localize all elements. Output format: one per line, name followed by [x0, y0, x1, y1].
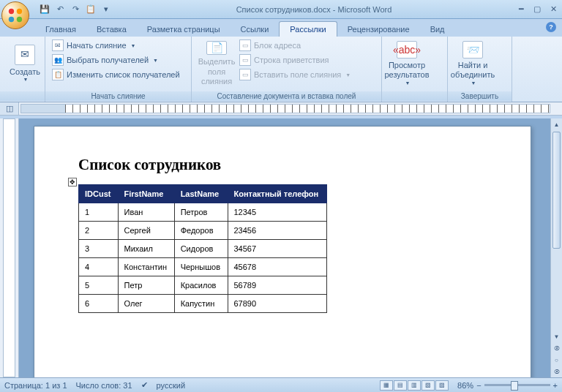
highlight-fields-button[interactable]: 📄 Выделить поля слияния — [196, 38, 237, 89]
page-status[interactable]: Страница: 1 из 1 — [4, 381, 67, 390]
table-row[interactable]: 6ОлегКапустин67890 — [79, 295, 327, 313]
view-web-icon[interactable]: ▥ — [408, 380, 421, 391]
close-button[interactable]: ✕ — [547, 4, 559, 15]
table-cell[interactable]: Иван — [118, 203, 174, 222]
preview-results-button[interactable]: «abc» Просмотр результатов▼ — [386, 38, 427, 89]
table-cell[interactable]: 45678 — [228, 258, 327, 276]
table-cell[interactable]: Капустин — [174, 295, 228, 313]
table-cell[interactable]: 34567 — [228, 240, 327, 258]
view-outline-icon[interactable]: ▧ — [422, 380, 435, 391]
ruler-toggle[interactable]: ◫ — [0, 102, 19, 115]
scroll-up-icon[interactable]: ▲ — [551, 118, 562, 130]
tab-view[interactable]: Вид — [420, 22, 455, 37]
table-cell[interactable]: 2 — [79, 222, 119, 240]
table-cell[interactable]: Олег — [118, 295, 174, 313]
view-fullread-icon[interactable]: ▤ — [394, 380, 407, 391]
table-cell[interactable]: Петров — [174, 203, 228, 222]
zoom-out-button[interactable]: − — [476, 381, 481, 390]
table-row[interactable]: 1ИванПетров12345 — [79, 203, 327, 222]
word-count[interactable]: Число слов: 31 — [76, 381, 132, 390]
table-cell[interactable]: Чернышов — [174, 258, 228, 276]
ribbon: ✉ Создать▼ ✉Начать слияние▼ 👥Выбрать пол… — [0, 37, 562, 102]
tab-pagelayout[interactable]: Разметка страницы — [137, 22, 231, 37]
tab-insert[interactable]: Вставка — [86, 22, 137, 37]
table-cell[interactable]: Сидоров — [174, 240, 228, 258]
next-page-icon[interactable]: ⦿ — [551, 366, 562, 377]
finish-merge-button[interactable]: 📨 Найти и объединить▼ — [452, 38, 493, 89]
document-area[interactable]: Список сотрудников ✥ IDCust FirstName La… — [19, 118, 562, 377]
table-cell[interactable]: Михаил — [118, 240, 174, 258]
address-icon: ▭ — [239, 39, 251, 51]
office-button[interactable] — [1, 1, 29, 29]
save-icon[interactable]: 💾 — [38, 3, 51, 16]
tab-home[interactable]: Главная — [35, 22, 86, 37]
mail-icon: ✉ — [52, 39, 64, 51]
window-title: Список сотрудников.docx - Microsoft Word — [113, 5, 515, 14]
svg-point-2 — [9, 17, 14, 22]
col-firstname[interactable]: FirstName — [118, 185, 174, 203]
insert-field-button[interactable]: ▭Вставить поле слияния▼ — [237, 67, 353, 82]
edit-list-icon: 📋 — [52, 69, 64, 80]
view-draft-icon[interactable]: ▨ — [435, 380, 449, 391]
table-cell[interactable]: 1 — [79, 203, 119, 222]
table-cell[interactable]: 12345 — [228, 203, 327, 222]
table-cell[interactable]: Федоров — [174, 222, 228, 240]
help-icon[interactable]: ? — [546, 22, 556, 32]
greeting-line-button[interactable]: ▭Строка приветствия — [237, 53, 353, 67]
table-row[interactable]: 2СергейФедоров23456 — [79, 222, 327, 240]
document-heading[interactable]: Список сотрудников — [78, 156, 487, 174]
qat-dropdown-icon[interactable]: ▾ — [100, 3, 113, 16]
table-cell[interactable]: Сергей — [118, 222, 174, 240]
table-header-row: IDCust FirstName LastName Контактный тел… — [79, 185, 327, 203]
data-table[interactable]: IDCust FirstName LastName Контактный тел… — [78, 184, 327, 313]
table-cell[interactable]: Красилов — [174, 276, 228, 295]
create-button[interactable]: ✉ Создать▼ — [4, 38, 45, 89]
title-bar: 💾 ↶ ↷ 📋 ▾ Список сотрудников.docx - Micr… — [0, 0, 562, 19]
col-lastname[interactable]: LastName — [174, 185, 228, 203]
table-cell[interactable]: 67890 — [228, 295, 327, 313]
table-move-handle[interactable]: ✥ — [68, 178, 77, 186]
vertical-scrollbar[interactable]: ▲ ▼ ⦿ ○ ⦿ — [550, 118, 562, 377]
redo-icon[interactable]: ↷ — [69, 3, 82, 16]
minimize-button[interactable]: ━ — [515, 4, 527, 15]
vertical-ruler — [0, 118, 19, 377]
table-cell[interactable]: 5 — [79, 276, 119, 295]
view-print-icon[interactable]: ▦ — [380, 380, 393, 391]
quick-access-toolbar: 💾 ↶ ↷ 📋 ▾ — [38, 3, 113, 16]
table-cell[interactable]: 3 — [79, 240, 119, 258]
tab-mailings[interactable]: Рассылки — [279, 21, 337, 37]
qat-custom-icon[interactable]: 📋 — [84, 3, 97, 16]
zoom-in-button[interactable]: + — [553, 381, 558, 390]
start-merge-button[interactable]: ✉Начать слияние▼ — [50, 38, 187, 53]
envelope-icon: ✉ — [15, 45, 35, 65]
browse-object-icon[interactable]: ○ — [551, 354, 562, 366]
table-row[interactable]: 3МихаилСидоров34567 — [79, 240, 327, 258]
scroll-thumb[interactable] — [552, 132, 561, 249]
col-phone[interactable]: Контактный телефон — [228, 185, 327, 203]
table-cell[interactable]: 23456 — [228, 222, 327, 240]
table-row[interactable]: 5ПетрКрасилов56789 — [79, 276, 327, 295]
status-bar: Страница: 1 из 1 Число слов: 31 ✔ русски… — [0, 377, 562, 392]
table-cell[interactable]: Константин — [118, 258, 174, 276]
zoom-level[interactable]: 86% — [457, 381, 473, 390]
undo-icon[interactable]: ↶ — [53, 3, 67, 16]
tab-references[interactable]: Ссылки — [231, 22, 280, 37]
table-row[interactable]: 4КонстантинЧернышов45678 — [79, 258, 327, 276]
table-cell[interactable]: Петр — [118, 276, 174, 295]
group-write-fields: Составление документа и вставка полей — [192, 91, 381, 101]
svg-point-1 — [17, 9, 22, 14]
edit-recipients-button[interactable]: 📋Изменить список получателей — [50, 67, 187, 82]
table-cell[interactable]: 4 — [79, 258, 119, 276]
scroll-down-icon[interactable]: ▼ — [551, 331, 562, 342]
proofing-icon[interactable]: ✔ — [141, 380, 148, 390]
table-cell[interactable]: 6 — [79, 295, 119, 313]
address-block-button[interactable]: ▭Блок адреса — [237, 38, 353, 53]
table-cell[interactable]: 56789 — [228, 276, 327, 295]
zoom-slider[interactable] — [484, 384, 550, 386]
col-idcust[interactable]: IDCust — [79, 185, 119, 203]
select-recipients-button[interactable]: 👥Выбрать получателей▼ — [50, 53, 187, 67]
tab-review[interactable]: Рецензирование — [337, 22, 420, 37]
language-status[interactable]: русский — [157, 381, 185, 390]
prev-page-icon[interactable]: ⦿ — [551, 342, 562, 354]
maximize-button[interactable]: ▢ — [531, 4, 543, 15]
